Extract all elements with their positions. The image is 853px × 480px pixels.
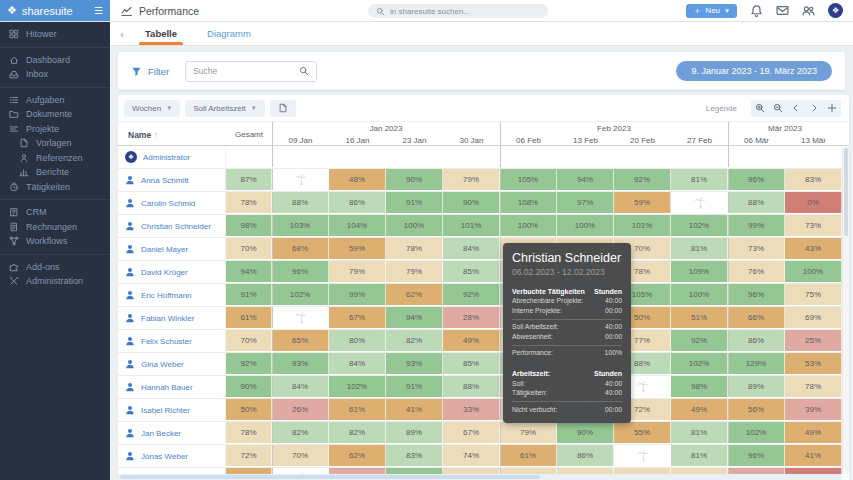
perf-cell[interactable]: 92% <box>614 169 671 191</box>
sidebar-item-crm[interactable]: CRM <box>0 205 110 220</box>
perf-cell[interactable]: 41% <box>785 445 842 467</box>
sidebar-item-administration[interactable]: Administration <box>0 274 110 289</box>
perf-cell[interactable]: 67% <box>443 422 500 444</box>
global-search-input[interactable]: in sharesuite suchen... <box>368 4 548 18</box>
employee-name-cell[interactable]: Christian Schneider <box>118 215 226 237</box>
perf-cell[interactable]: 82% <box>272 422 329 444</box>
perf-cell[interactable]: 94% <box>386 307 443 329</box>
perf-cell[interactable]: 68% <box>272 238 329 260</box>
perf-cell[interactable] <box>443 146 500 168</box>
perf-cell[interactable]: 73% <box>728 238 785 260</box>
perf-cell[interactable]: 100% <box>500 215 557 237</box>
perf-cell[interactable]: 91% <box>386 192 443 214</box>
perf-cell[interactable]: 91% <box>386 376 443 398</box>
horizontal-scrollbar-thumb[interactable] <box>120 475 540 479</box>
perf-cell[interactable]: 39% <box>785 399 842 421</box>
perf-cell[interactable]: 26% <box>272 399 329 421</box>
vertical-scrollbar-thumb[interactable] <box>844 148 848 236</box>
perf-cell[interactable] <box>785 146 842 168</box>
perf-cell[interactable]: 84% <box>272 376 329 398</box>
perf-cell[interactable]: 101% <box>443 215 500 237</box>
gesamt-cell[interactable]: 92% <box>226 353 272 375</box>
perf-cell[interactable]: 59% <box>614 192 671 214</box>
perf-cell[interactable]: 97% <box>557 192 614 214</box>
perf-cell[interactable]: 96% <box>272 261 329 283</box>
perf-cell[interactable]: 93% <box>272 353 329 375</box>
employee-name-cell[interactable]: Felix Schuster <box>118 330 226 352</box>
perf-cell[interactable]: 61% <box>329 399 386 421</box>
perf-cell[interactable]: 108% <box>500 192 557 214</box>
perf-cell[interactable]: 85% <box>443 261 500 283</box>
gesamt-cell[interactable]: 70% <box>226 330 272 352</box>
perf-cell[interactable]: 59% <box>329 238 386 260</box>
gesamt-cell[interactable]: 94% <box>226 261 272 283</box>
gesamt-cell[interactable]: 61% <box>226 307 272 329</box>
perf-cell[interactable]: 49% <box>671 399 728 421</box>
vertical-scrollbar[interactable] <box>842 147 849 474</box>
gesamt-cell[interactable]: 87% <box>226 169 272 191</box>
perf-cell[interactable]: 81% <box>671 422 728 444</box>
perf-cell[interactable]: 94% <box>557 169 614 191</box>
new-button[interactable]: ＋Neu▼ <box>686 4 737 18</box>
perf-cell[interactable]: 62% <box>386 284 443 306</box>
employee-name-cell[interactable]: Hannah Bauer <box>118 376 226 398</box>
perf-cell[interactable]: 96% <box>728 284 785 306</box>
next-period-button[interactable] <box>805 100 823 117</box>
users-icon[interactable] <box>802 4 815 17</box>
perf-cell[interactable]: 90% <box>443 192 500 214</box>
sidebar-item-vorlagen[interactable]: Vorlagen <box>0 136 110 151</box>
employee-name-cell[interactable]: Eric Hoffmann <box>118 284 226 306</box>
perf-cell[interactable]: 76% <box>728 261 785 283</box>
perf-cell[interactable]: 102% <box>671 215 728 237</box>
perf-cell[interactable] <box>272 146 329 168</box>
perf-cell[interactable]: 78% <box>785 376 842 398</box>
perf-cell[interactable]: 79% <box>329 261 386 283</box>
gesamt-cell[interactable]: 98% <box>226 215 272 237</box>
perf-cell[interactable]: 86% <box>329 192 386 214</box>
sidebar-item-tätigkeiten[interactable]: Tätigkeiten <box>0 180 110 195</box>
perf-cell[interactable]: 102% <box>728 422 785 444</box>
perf-cell[interactable]: 85% <box>443 353 500 375</box>
perf-cell[interactable]: 84% <box>329 353 386 375</box>
dropdown-wochen[interactable]: Wochen▼ <box>124 100 180 117</box>
expand-button[interactable] <box>823 100 841 117</box>
perf-cell[interactable]: 48% <box>329 169 386 191</box>
perf-cell[interactable]: 101% <box>614 215 671 237</box>
perf-cell[interactable]: 99% <box>728 215 785 237</box>
perf-cell[interactable]: 92% <box>443 284 500 306</box>
perf-cell[interactable]: 0% <box>785 192 842 214</box>
perf-cell[interactable]: 67% <box>329 307 386 329</box>
name-column-header[interactable]: Name↑ <box>128 122 158 147</box>
collapse-chevron-icon[interactable]: ‹ <box>114 28 130 40</box>
perf-cell[interactable]: 82% <box>386 330 443 352</box>
perf-cell[interactable]: 62% <box>329 445 386 467</box>
perf-cell[interactable]: 102% <box>329 376 386 398</box>
perf-cell[interactable] <box>557 146 614 168</box>
dropdown-soll-arbeitszeit[interactable]: Soll Arbeitszeit▼ <box>185 100 264 117</box>
perf-cell[interactable]: 56% <box>728 399 785 421</box>
perf-cell[interactable] <box>614 146 671 168</box>
perf-cell[interactable]: 102% <box>272 284 329 306</box>
sidebar-item-berichte[interactable]: Berichte <box>0 165 110 180</box>
perf-cell[interactable]: 51% <box>671 307 728 329</box>
horizontal-scrollbar[interactable] <box>118 474 842 480</box>
tab-tabelle[interactable]: Tabelle <box>130 22 192 45</box>
gesamt-column-header[interactable]: Gesamt <box>226 122 272 147</box>
gesamt-cell[interactable]: 78% <box>226 192 272 214</box>
perf-cell[interactable]: 69% <box>785 307 842 329</box>
perf-cell[interactable]: 74% <box>443 445 500 467</box>
perf-cell[interactable]: 100% <box>671 284 728 306</box>
zoom-in-button[interactable] <box>751 100 769 117</box>
perf-cell[interactable]: 49% <box>443 330 500 352</box>
date-range-button[interactable]: 9. Januar 2023 - 19. März 2023 <box>676 61 832 81</box>
zoom-out-button[interactable] <box>769 100 787 117</box>
gesamt-cell[interactable]: 90% <box>226 376 272 398</box>
employee-name-cell[interactable]: ❖Administrator <box>118 146 226 168</box>
perf-cell[interactable]: 89% <box>386 422 443 444</box>
perf-cell[interactable]: 55% <box>614 422 671 444</box>
perf-cell[interactable]: 78% <box>386 238 443 260</box>
perf-cell[interactable]: 83% <box>785 169 842 191</box>
perf-cell[interactable] <box>728 146 785 168</box>
perf-cell[interactable]: 89% <box>728 376 785 398</box>
menu-icon[interactable]: ☰ <box>94 5 103 16</box>
